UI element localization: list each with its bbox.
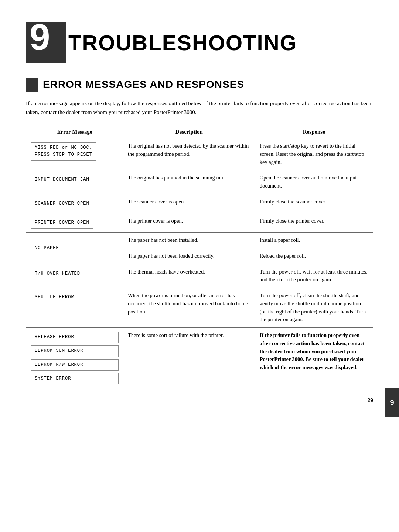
description-cell xyxy=(123,376,255,388)
section-heading-text: ERROR MESSAGES AND RESPONSES xyxy=(43,79,244,90)
description-cell xyxy=(123,364,255,376)
error-code-cell: SHUTTLE ERROR xyxy=(26,288,123,328)
table-row-grouped: RELEASE ERROR EEPROM SUM ERROR EEPROM R/… xyxy=(26,328,373,352)
table-header-row: Error Message Description Response xyxy=(26,126,373,138)
grouped-error-codes: RELEASE ERROR EEPROM SUM ERROR EEPROM R/… xyxy=(31,332,119,384)
error-code-box: T/H OVER HEATED xyxy=(31,268,84,279)
table-row: SCANNER COVER OPEN The scanner cover is … xyxy=(26,194,373,213)
response-cell: Turn the power off, clean the shuttle sh… xyxy=(255,288,373,328)
error-code-cell: PRINTER COVER OPEN xyxy=(26,213,123,232)
intro-paragraph: If an error message appears on the displ… xyxy=(26,99,373,117)
header-error-message: Error Message xyxy=(26,126,123,138)
description-cell: The scanner cover is open. xyxy=(123,194,255,213)
error-code-cell: INPUT DOCUMENT JAM xyxy=(26,170,123,194)
chapter-title: TROUBLESHOOTING xyxy=(68,30,297,55)
chapter-number-bg: 9 xyxy=(26,22,66,63)
error-code-box: INPUT DOCUMENT JAM xyxy=(31,174,93,185)
description-cell: The paper has not been installed. xyxy=(123,233,255,248)
response-cell: Open the scanner cover and remove the in… xyxy=(255,170,373,194)
error-code-box: SHUTTLE ERROR xyxy=(31,292,78,303)
table-row: INPUT DOCUMENT JAM The original has jamm… xyxy=(26,170,373,194)
description-cell: The thermal heads have overheated. xyxy=(123,264,255,288)
error-code-box: EEPROM SUM ERROR xyxy=(31,345,119,357)
error-code-box: EEPROM R/W ERROR xyxy=(31,359,119,371)
table-row: PRINTER COVER OPEN The printer cover is … xyxy=(26,213,373,232)
table-row: NO PAPER The paper has not been installe… xyxy=(26,233,373,248)
description-cell: The printer cover is open. xyxy=(123,213,255,232)
description-cell: The original has not been detected by th… xyxy=(123,138,255,170)
error-code-box: RELEASE ERROR xyxy=(31,332,119,343)
response-cell: Firmly close the scanner cover. xyxy=(255,194,373,213)
error-code-cell: NO PAPER xyxy=(26,233,123,264)
response-cell: Press the start/stop key to revert to th… xyxy=(255,138,373,170)
response-cell: Reload the paper roll. xyxy=(255,248,373,264)
section-heading: ERROR MESSAGES AND RESPONSES xyxy=(26,78,373,92)
table-row: T/H OVER HEATED The thermal heads have o… xyxy=(26,264,373,288)
description-cell: There is some sort of failure with the p… xyxy=(123,328,255,352)
header-response: Response xyxy=(255,126,373,138)
description-cell: The paper has not been loaded correctly. xyxy=(123,248,255,264)
error-code-box: NO PAPER xyxy=(31,243,63,254)
description-cell: The original has jammed in the scanning … xyxy=(123,170,255,194)
response-cell: Install a paper roll. xyxy=(255,233,373,248)
chapter-number: 9 xyxy=(30,18,50,55)
table-row: MISS FED or NO DOC. PRESS STOP TO PESET … xyxy=(26,138,373,170)
chapter-header: 9 TROUBLESHOOTING xyxy=(26,22,373,63)
header-description: Description xyxy=(123,126,255,138)
error-code-box: MISS FED or NO DOC. PRESS STOP TO PESET xyxy=(31,142,96,161)
error-table: Error Message Description Response MISS … xyxy=(26,126,373,388)
section-heading-bar xyxy=(26,78,38,92)
response-cell-grouped: If the printer fails to function properl… xyxy=(255,328,373,388)
table-row: SHUTTLE ERROR When the power is turned o… xyxy=(26,288,373,328)
error-code-cell: MISS FED or NO DOC. PRESS STOP TO PESET xyxy=(26,138,123,170)
error-code-box: SYSTEM ERROR xyxy=(31,373,119,384)
response-cell: Firmly close the printer cover. xyxy=(255,213,373,232)
error-code-box: PRINTER COVER OPEN xyxy=(31,217,93,229)
description-cell xyxy=(123,352,255,364)
chapter-number-block: 9 xyxy=(26,22,66,63)
page-container: 9 TROUBLESHOOTING ERROR MESSAGES AND RES… xyxy=(0,0,399,418)
error-code-box: SCANNER COVER OPEN xyxy=(31,198,93,209)
page-number: 29 xyxy=(367,397,373,403)
description-cell: When the power is turned on, or after an… xyxy=(123,288,255,328)
response-cell: Turn the power off, wait for at least th… xyxy=(255,264,373,288)
error-code-cell: SCANNER COVER OPEN xyxy=(26,194,123,213)
side-tab: 9 xyxy=(385,388,399,417)
error-code-cell-grouped: RELEASE ERROR EEPROM SUM ERROR EEPROM R/… xyxy=(26,328,123,388)
error-code-cell: T/H OVER HEATED xyxy=(26,264,123,288)
